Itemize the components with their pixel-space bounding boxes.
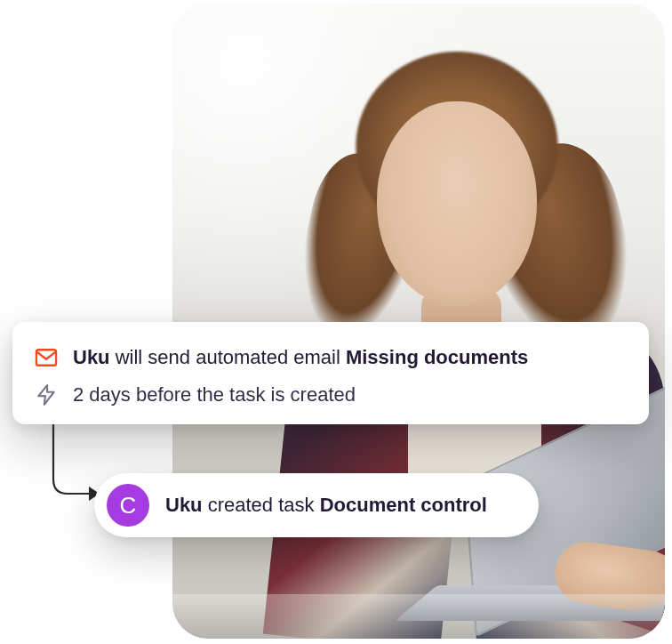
automation-rule-line-1: Uku will send automated email Missing do… bbox=[34, 342, 626, 374]
automation-rule-text-1: Uku will send automated email Missing do… bbox=[73, 346, 528, 369]
task-name: Document control bbox=[320, 494, 487, 516]
background-photo bbox=[172, 4, 665, 639]
automation-rule-card: Uku will send automated email Missing do… bbox=[12, 322, 649, 424]
task-created-toast: C Uku created task Document control bbox=[94, 473, 539, 537]
actor-name: Uku bbox=[73, 346, 110, 368]
email-subject: Missing documents bbox=[346, 346, 528, 368]
action-text: created task bbox=[203, 494, 320, 516]
avatar: C bbox=[107, 484, 149, 527]
automation-rule-line-2: 2 days before the task is created bbox=[34, 379, 626, 411]
mail-icon bbox=[34, 345, 59, 370]
action-text: will send automated email bbox=[110, 346, 346, 368]
task-created-text: Uku created task Document control bbox=[165, 494, 487, 517]
avatar-letter: C bbox=[120, 492, 137, 519]
svg-rect-0 bbox=[36, 350, 56, 366]
bolt-icon bbox=[34, 382, 59, 407]
actor-name: Uku bbox=[165, 494, 203, 516]
automation-rule-timing: 2 days before the task is created bbox=[73, 383, 356, 407]
